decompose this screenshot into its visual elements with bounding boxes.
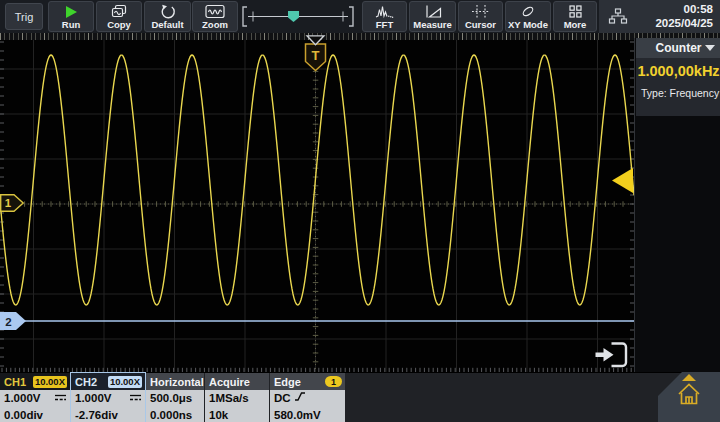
copy-button[interactable]: Copy <box>96 1 142 32</box>
counter-type: Type: Frequency <box>636 87 720 99</box>
bottom-status-bar: CH1 10.00X 1.000V 0.00div <box>0 372 720 422</box>
trig-label: Trig <box>15 11 34 23</box>
slider-thumb <box>288 11 299 22</box>
counter-panel: Counter 1.000,00kHz Type: Frequency <box>636 38 720 116</box>
collapse-arrow-icon[interactable] <box>682 374 696 381</box>
horizontal-delay: 0.000ns <box>150 407 192 422</box>
cursor-label: Cursor <box>465 20 496 30</box>
fft-button[interactable]: FFT <box>362 1 407 32</box>
zoom-button[interactable]: Zoom <box>192 1 238 32</box>
measure-label: Measure <box>413 20 452 30</box>
run-button[interactable]: Run <box>48 1 94 32</box>
cursor-button[interactable]: Cursor <box>458 1 503 32</box>
zoom-label: Zoom <box>202 20 228 30</box>
dc-coupling-icon <box>129 390 142 407</box>
ch2-position: -2.76div <box>75 407 118 422</box>
more-label: More <box>564 20 587 30</box>
fft-spectrum-icon <box>375 3 394 20</box>
horizontal-title: Horizontal <box>150 376 204 388</box>
measure-button[interactable]: Measure <box>409 1 456 32</box>
measure-triangle-icon <box>424 3 442 20</box>
ch1-position-marker[interactable]: 1 <box>0 194 25 216</box>
xy-mode-button[interactable]: XY Mode <box>505 1 551 32</box>
ch2-probe-badge: 10.00X <box>108 376 142 388</box>
time-display: 00:58 <box>655 3 713 17</box>
copy-icon <box>110 3 128 20</box>
copy-label: Copy <box>107 20 131 30</box>
date-display: 2025/04/25 <box>655 17 713 31</box>
acquire-title: Acquire <box>209 376 250 388</box>
ch2-marker-label: 2 <box>5 316 11 328</box>
ch2-position-marker[interactable]: 2 <box>0 312 27 334</box>
trigger-level: 580.0mV <box>274 407 321 422</box>
acquire-status-section[interactable]: Acquire 1MSa/s 10k <box>205 373 269 422</box>
xy-mode-label: XY Mode <box>508 20 548 30</box>
more-button[interactable]: More <box>553 1 597 32</box>
ch1-probe-badge: 10.00X <box>33 376 67 388</box>
reset-arrow-icon <box>160 3 176 20</box>
ch1-position: 0.00div <box>4 407 43 422</box>
horizontal-position-slider[interactable] <box>240 3 356 30</box>
home-icon[interactable] <box>676 382 702 410</box>
acquire-depth: 10k <box>209 407 228 422</box>
counter-title: Counter <box>656 41 702 55</box>
trig-button[interactable]: Trig <box>5 3 43 30</box>
horizontal-status-section[interactable]: Horizontal 500.0μs 0.000ns <box>146 373 204 422</box>
horizontal-scale: 500.0μs <box>150 390 192 407</box>
dc-coupling-icon <box>54 390 67 407</box>
default-button[interactable]: Default <box>144 1 191 32</box>
ch1-name: CH1 <box>4 376 26 388</box>
oscilloscope-screen: Trig Run Copy <box>0 0 720 422</box>
zoom-waveform-icon <box>205 3 225 20</box>
default-label: Default <box>151 20 183 30</box>
acquire-rate: 1MSa/s <box>209 390 249 407</box>
xy-ellipse-icon <box>519 3 537 20</box>
fft-label: FFT <box>376 20 393 30</box>
counter-header[interactable]: Counter <box>636 38 720 58</box>
clock-panel[interactable]: 00:58 2025/04/25 <box>599 0 720 33</box>
right-side-strip: Counter 1.000,00kHz Type: Frequency <box>634 38 720 372</box>
run-play-icon <box>63 3 79 20</box>
ch1-status-section[interactable]: CH1 10.00X 1.000V 0.00div <box>0 373 70 422</box>
trigger-position-caret[interactable] <box>304 32 327 50</box>
ch1-scale: 1.000V <box>4 390 40 407</box>
expand-view-icon[interactable] <box>596 344 627 367</box>
trigger-coupling: DC <box>274 390 291 407</box>
more-grid-icon <box>568 3 583 20</box>
edge-title: Edge <box>274 376 301 388</box>
ch2-scale: 1.000V <box>75 390 111 407</box>
ch2-name: CH2 <box>75 376 97 388</box>
top-toolbar: Trig Run Copy <box>0 0 720 33</box>
chevron-down-icon <box>705 45 715 51</box>
run-label: Run <box>62 20 80 30</box>
waveform-display[interactable]: T <box>0 40 634 372</box>
network-icon <box>608 8 628 29</box>
rising-edge-icon <box>294 390 306 407</box>
trigger-status-section[interactable]: Edge 1 DC 580.0mV <box>270 373 345 422</box>
cursor-crosshair-icon <box>471 3 491 20</box>
horizontal-ruler <box>0 33 720 40</box>
counter-value: 1.000,00kHz <box>636 63 720 79</box>
trigger-source-badge: 1 <box>325 376 342 387</box>
ch1-marker-label: 1 <box>5 197 12 209</box>
ch2-status-section[interactable]: CH2 10.00X 1.000V -2.76div <box>71 373 145 422</box>
